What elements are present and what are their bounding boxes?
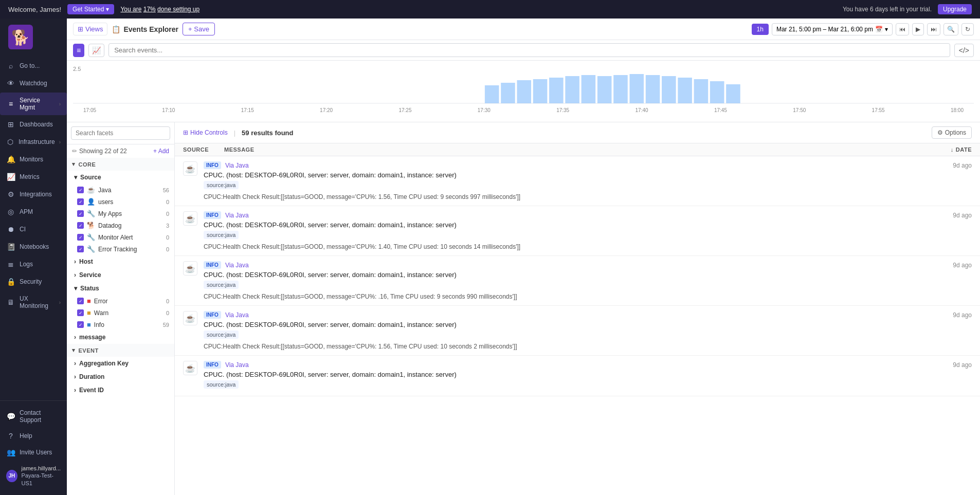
log-entry[interactable]: ☕ INFO Via Java 9d ago CPUC. (host: DESK…: [175, 156, 980, 206]
facet-item-info[interactable]: ■ Info 59: [67, 319, 174, 331]
facet-item-error[interactable]: ■ Error 0: [67, 295, 174, 307]
save-button[interactable]: + Save: [183, 23, 215, 35]
user-profile-item[interactable]: JH james.hillyard... Payara-Test-US1: [0, 461, 67, 491]
facet-count: 59: [163, 322, 169, 328]
facet-checkbox-info[interactable]: [77, 321, 84, 328]
log-entry[interactable]: ☕ INFO Via Java 9d ago CPUC. (host: DESK…: [175, 256, 980, 306]
sidebar-item-invite-users[interactable]: 👥 Invite Users: [0, 444, 67, 461]
facet-checkbox-error-tracking[interactable]: [77, 246, 84, 252]
svg-rect-14: [662, 76, 676, 103]
facet-checkbox-users[interactable]: [77, 198, 84, 205]
chart-x-label: 17:10: [162, 107, 175, 113]
source-tag: source:java: [204, 281, 239, 289]
facet-item-datadog[interactable]: 🐕 Datadog 3: [67, 219, 174, 231]
facet-group-core[interactable]: ▾ CORE: [67, 158, 174, 171]
facet-section-host[interactable]: › Host: [67, 255, 174, 268]
time-preset-button[interactable]: 1h: [752, 24, 769, 35]
source-tag: source:java: [204, 181, 239, 189]
sidebar-item-logs[interactable]: ≣ Logs: [0, 256, 67, 272]
chevron-right-icon: ›: [74, 373, 76, 380]
facet-item-users[interactable]: 👤 users 0: [67, 196, 174, 208]
facet-checkbox-warn[interactable]: [77, 309, 84, 316]
play-button[interactable]: ▶: [912, 23, 924, 35]
facet-section-label: Service: [79, 271, 101, 279]
facet-section-aggregation-key[interactable]: › Aggregation Key: [67, 357, 174, 370]
sidebar-item-security[interactable]: 🔒 Security: [0, 273, 67, 290]
log-timestamp: 9d ago: [953, 212, 972, 219]
source-tag: source:java: [204, 231, 239, 239]
skip-forward-button[interactable]: ⏭: [927, 23, 940, 35]
facet-section-status[interactable]: ▾ Status: [67, 282, 174, 295]
facet-section-source[interactable]: ▾ Source: [67, 171, 174, 184]
search-input[interactable]: [108, 43, 950, 57]
log-entry[interactable]: ☕ INFO Via Java 9d ago CPUC. (host: DESK…: [175, 356, 980, 396]
skip-back-button[interactable]: ⏮: [896, 23, 909, 35]
views-button[interactable]: ⊞ Views: [73, 23, 107, 35]
facet-checkbox-error[interactable]: [77, 298, 84, 304]
svg-rect-13: [646, 75, 660, 103]
facet-section-label: Source: [80, 174, 101, 181]
zoom-in-button[interactable]: 🔍: [943, 23, 958, 35]
sidebar-item-service-mgmt[interactable]: ≡ Service Mgmt ›: [0, 93, 67, 115]
facet-section-service[interactable]: › Service: [67, 268, 174, 282]
facet-item-error-tracking[interactable]: 🔧 Error Tracking 0: [67, 243, 174, 255]
sidebar-item-ci[interactable]: ⏺ CI: [0, 221, 67, 237]
sidebar-item-metrics[interactable]: 📈 Metrics: [0, 169, 67, 185]
list-view-button[interactable]: ≡: [73, 44, 84, 57]
facets-search-input[interactable]: [71, 126, 170, 140]
log-message: CPUC. (host: DESKTOP-69L0R0I, server: se…: [204, 171, 972, 179]
facet-count: 0: [166, 310, 169, 316]
time-range-selector[interactable]: Mar 21, 5:00 pm – Mar 21, 6:00 pm 📅 ▾: [772, 23, 893, 35]
log-entry[interactable]: ☕ INFO Via Java 9d ago CPUC. (host: DESK…: [175, 306, 980, 356]
sidebar-item-integrations[interactable]: ⚙ Integrations: [0, 186, 67, 203]
chart-view-button[interactable]: 📈: [88, 44, 104, 57]
via-text: Via Java: [225, 162, 249, 169]
add-facet-button[interactable]: + Add: [153, 148, 169, 155]
sidebar-item-label: Help: [20, 432, 61, 439]
sidebar-item-contact-support[interactable]: 💬 Contact Support: [0, 405, 67, 428]
sidebar-item-monitors[interactable]: 🔔 Monitors: [0, 151, 67, 168]
chevron-down-icon: ▾: [72, 161, 76, 168]
facet-section-message[interactable]: › message: [67, 331, 174, 344]
chevron-down-icon: ▾: [106, 6, 109, 13]
facet-section-event-id[interactable]: › Event ID: [67, 383, 174, 397]
facet-item-warn[interactable]: ■ Warn 0: [67, 307, 174, 319]
log-entry[interactable]: ☕ INFO Via Java 9d ago CPUC. (host: DESK…: [175, 206, 980, 256]
upgrade-button[interactable]: Upgrade: [938, 4, 972, 14]
hide-controls-button[interactable]: ⊞ Hide Controls: [183, 129, 228, 136]
facet-label: Error: [94, 298, 163, 305]
facet-label: Java: [98, 187, 160, 194]
facet-checkbox-datadog[interactable]: [77, 222, 84, 229]
sidebar-item-infrastructure[interactable]: ⬡ Infrastructure ›: [0, 134, 67, 150]
sidebar-item-apm[interactable]: ◎ APM: [0, 204, 67, 220]
refresh-button[interactable]: ↻: [961, 23, 974, 35]
sidebar-item-help[interactable]: ? Help: [0, 428, 67, 444]
log-message: CPUC. (host: DESKTOP-69L0R0I, server: se…: [204, 321, 972, 328]
get-started-button[interactable]: Get Started ▾: [67, 4, 114, 14]
sidebar-item-watchdog[interactable]: 👁 Watchdog: [0, 75, 67, 91]
facet-checkbox-monitor-alert[interactable]: [77, 234, 84, 241]
sidebar-item-ux-monitoring[interactable]: 🖥 UX Monitoring ›: [0, 291, 67, 314]
sidebar-item-notebooks[interactable]: 📓 Notebooks: [0, 239, 67, 255]
content-area: ✏ Showing 22 of 22 + Add ▾ CORE ▾ Source: [67, 122, 980, 495]
options-button[interactable]: ⚙ Options: [932, 126, 972, 139]
sidebar-item-goto[interactable]: ⌕ Go to...: [0, 58, 67, 74]
facet-item-java[interactable]: ☕ Java 56: [67, 184, 174, 196]
facet-count: 56: [163, 187, 169, 193]
log-body: INFO Via Java 9d ago CPUC. (host: DESKTO…: [204, 311, 972, 350]
column-source: SOURCE: [183, 146, 224, 153]
sidebar-item-label: Go to...: [20, 62, 61, 69]
facet-checkbox-my-apps[interactable]: [77, 210, 84, 217]
facet-item-monitor-alert[interactable]: 🔧 Monitor Alert 0: [67, 231, 174, 243]
facet-group-event[interactable]: ▾ EVENT: [67, 344, 174, 357]
java-source-icon: ☕: [183, 211, 197, 226]
facet-item-my-apps[interactable]: 🔧 My Apps 0: [67, 208, 174, 219]
facet-label: users: [98, 198, 163, 206]
facet-checkbox-java[interactable]: [77, 187, 84, 193]
results-count: 59 results found: [242, 129, 293, 137]
chart-x-label: 17:45: [714, 107, 727, 113]
chevron-down-icon: ▾: [72, 347, 76, 354]
sidebar-item-dashboards[interactable]: ⊞ Dashboards: [0, 116, 67, 133]
code-view-button[interactable]: </>: [954, 44, 974, 57]
facet-section-duration[interactable]: › Duration: [67, 370, 174, 383]
